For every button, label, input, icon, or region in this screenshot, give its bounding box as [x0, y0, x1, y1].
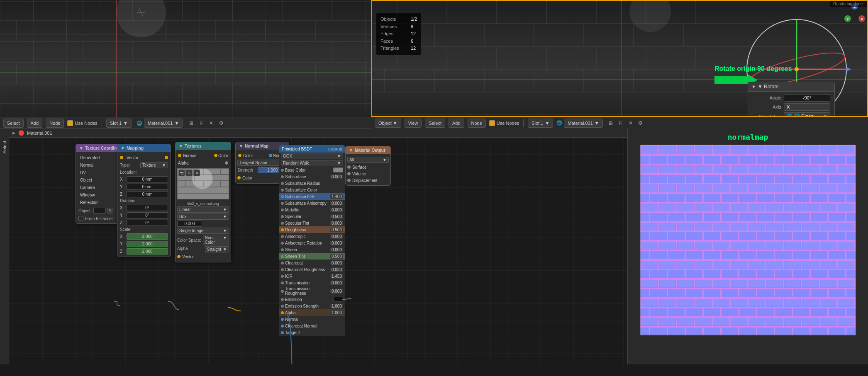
normalmap-title: normalmap — [728, 133, 768, 141]
node-tree-header: ▶ 🔴 Material.001 — [9, 129, 627, 138]
bsdf-node[interactable]: Principled BSDF BSDF GGX▼ Random Wa — [279, 145, 345, 336]
svg-marker-93 — [846, 67, 851, 71]
bsdf-subsurface-color: Subsurface Color — [279, 187, 345, 193]
bsdf-specular-tint: Specular Tint 0.000 — [279, 220, 345, 226]
settings-icon[interactable]: ⚙ — [217, 119, 226, 128]
axis-dropdown[interactable]: X — [784, 103, 830, 111]
svg-rect-121 — [640, 145, 856, 335]
svg-text:Y: Y — [846, 17, 849, 21]
bsdf-ior: IOR 1.450 — [279, 273, 345, 279]
bsdf-alpha: Alpha 1.000 — [279, 309, 345, 316]
x-icon-right[interactable]: ✕ — [626, 119, 635, 128]
render-status: Rendering done. — [830, 1, 867, 7]
object-dropdown[interactable]: Object ▼ — [375, 119, 401, 128]
bsdf-subsurface-aniso: Subsurface Anisotropy 0.000 — [279, 200, 345, 206]
svg-point-42 — [116, 0, 166, 37]
bsdf-tangent: Tangent — [279, 329, 345, 336]
viewport-right[interactable]: Rendering done. Objects 1/2 Vertices 8 E… — [371, 0, 868, 117]
select-vertical-label[interactable]: Select — [2, 141, 7, 154]
bsdf-anisotropic: Anisotropic 0.000 — [279, 233, 345, 240]
bsdf-metallic: Metallic 0.000 — [279, 206, 345, 213]
bsdf-sheen: Sheen 0.000 — [279, 246, 345, 253]
normalmap-image — [640, 145, 856, 335]
bsdf-header: Principled BSDF BSDF — [279, 146, 345, 153]
material-output-header: ▼ Material Output — [346, 146, 390, 154]
rotate-popup-header: ▼ ▼ Rotate — [748, 82, 834, 92]
copy-icon[interactable]: ⎘ — [197, 119, 206, 128]
node-editor[interactable]: ▼ Texture Coordinate Generated Normal UV — [9, 138, 627, 364]
view-btn[interactable]: View — [405, 119, 422, 128]
add-button[interactable]: Add — [27, 119, 43, 128]
select-btn-right[interactable]: Select — [425, 119, 445, 128]
mapping-header: ▼ Mapping — [117, 144, 171, 152]
node-btn-right[interactable]: Node — [468, 119, 486, 128]
bsdf-emission: Emission — [279, 296, 345, 303]
material-name: Material.001 — [27, 131, 52, 136]
bsdf-clearcoat-rough: Clearcoat Roughness 0.030 — [279, 266, 345, 273]
material-right[interactable]: Material.001▼ — [564, 119, 602, 128]
svg-text:X: X — [861, 17, 863, 21]
angle-field[interactable]: -90° — [784, 94, 830, 102]
copy-icon-right[interactable]: ⎘ — [616, 119, 625, 128]
bsdf-roughness: Roughness 0.500 — [279, 226, 345, 233]
bsdf-transmission: Transmission 0.000 — [279, 279, 345, 286]
bsdf-subsurface-radius: Subsurface Radius — [279, 180, 345, 187]
material-output-node[interactable]: ▼ Material Output All▼ Surface — [345, 146, 391, 186]
slot-right[interactable]: Slot 1▼ — [528, 119, 553, 128]
bsdf-emission-strength: Emission Strength 1.000 — [279, 303, 345, 309]
rotate-popup: ▼ ▼ Rotate Angle -90° Axis X — [748, 82, 835, 117]
left-viewport-toolbar: Select Add Node Use Nodes Slot 1 ▼ 🌐 Mat… — [0, 118, 371, 129]
browse-icon-right[interactable]: ⊞ — [606, 119, 615, 128]
viewport-left[interactable] — [0, 0, 371, 118]
bsdf-aniso-rot: Anisotropic Rotation 0.000 — [279, 240, 345, 246]
bsdf-clearcoat-normal: Clearcoat Normal — [279, 323, 345, 329]
orientation-dropdown[interactable]: 🌐 🌐 Global ▼ — [784, 112, 830, 117]
settings-icon-right[interactable]: ⚙ — [636, 119, 645, 128]
bsdf-trans-rough: Transmission Roughness 0.000 — [279, 286, 345, 296]
browse-icon[interactable]: ⊞ — [187, 119, 196, 128]
use-nodes-checkbox[interactable]: Use Nodes — [67, 120, 97, 126]
textures-header: ▼ Textures — [176, 142, 231, 150]
svg-point-94 — [795, 67, 799, 71]
add-btn-right[interactable]: Add — [449, 119, 464, 128]
mapping-node[interactable]: ▼ Mapping Vector Type: Texture▼ — [117, 144, 171, 257]
bsdf-specular: Specular 0.500 — [279, 213, 345, 220]
bsdf-clearcoat: Clearcoat 0.000 — [279, 260, 345, 266]
svg-point-87 — [629, 1, 671, 32]
bsdf-sheen-tint: Sheen Tint 0.500 — [279, 253, 345, 260]
use-nodes-right[interactable]: Use Nodes — [489, 120, 519, 126]
material-dropdown[interactable]: Material.001 ▼ — [144, 119, 183, 128]
texture-preview: 📷 ⎘ ✕ — [177, 168, 229, 199]
stats-panel: Objects 1/2 Vertices 8 Edges 12 Faces 6 — [376, 13, 421, 55]
bsdf-subsurface: Subsurface 0.000 — [279, 173, 345, 180]
unlink-icon[interactable]: ✕ — [207, 119, 216, 128]
bsdf-subsurface-ior: Subsurface IOR 1.400 — [279, 193, 345, 200]
right-viewport-toolbar: Object ▼ View Select Add Node Use Nodes … — [371, 117, 868, 129]
slot-dropdown[interactable]: Slot 1 ▼ — [106, 119, 132, 128]
bsdf-base-color: Base Color — [279, 167, 345, 173]
node-button[interactable]: Node — [46, 119, 64, 128]
far-left-toolbar: Select — [0, 129, 9, 364]
image-panel: normalmap — [627, 129, 868, 364]
textures-node[interactable]: ▼ Textures Normal Color Alpha — [175, 142, 231, 262]
bsdf-normal: Normal — [279, 316, 345, 323]
select-button[interactable]: Select — [3, 119, 24, 128]
